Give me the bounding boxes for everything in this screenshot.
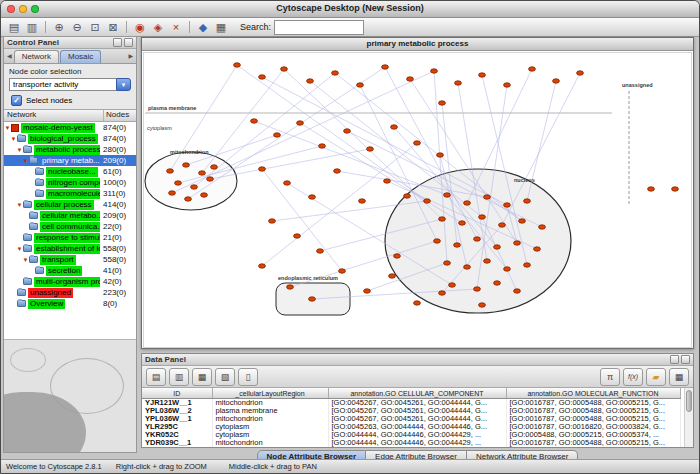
title-bar[interactable]: Cytoscape Desktop (New Session): [1, 1, 699, 18]
tree-expand-icon[interactable]: ▼: [16, 147, 23, 153]
network-node[interactable]: [274, 133, 281, 137]
tree-row[interactable]: secretion41(0): [4, 265, 136, 276]
table-cell[interactable]: cytoplasm: [212, 423, 328, 431]
network-node[interactable]: [499, 223, 506, 227]
network-node[interactable]: [534, 247, 541, 251]
float-data-panel-icon[interactable]: [670, 355, 679, 364]
equation-icon[interactable]: π: [600, 368, 620, 386]
table-cell[interactable]: [GO:0045267, GO:0045261, GO:0044444, G..…: [328, 415, 506, 423]
tree-row[interactable]: ▼establishment of lo...558(0): [4, 243, 136, 254]
network-node[interactable]: [185, 197, 192, 201]
zoom-out-icon[interactable]: ⊖: [69, 20, 85, 34]
network-node[interactable]: [339, 269, 346, 273]
table-row[interactable]: YKR052Ccytoplasm[GO:0044444, GO:0044446,…: [142, 431, 680, 439]
network-node[interactable]: [514, 289, 521, 293]
network-node[interactable]: [309, 297, 316, 301]
tree-row[interactable]: response to stimul...21(0): [4, 232, 136, 243]
network-canvas[interactable]: plasma membranecytoplasmmitochondrionnuc…: [142, 51, 693, 349]
network-node[interactable]: [455, 81, 462, 85]
create-network-view-icon[interactable]: ◈: [150, 20, 166, 34]
birdseye-view[interactable]: [4, 339, 136, 452]
table-cell[interactable]: YPL036W__1: [142, 415, 212, 423]
vizmapper-icon[interactable]: ◆: [195, 20, 211, 34]
network-node[interactable]: [494, 245, 501, 249]
network-node[interactable]: [424, 199, 431, 203]
network-node[interactable]: [444, 261, 451, 265]
select-nodes-row[interactable]: ✓ Select nodes: [11, 95, 129, 106]
network-node[interactable]: [384, 179, 391, 183]
network-node[interactable]: [259, 75, 266, 79]
tree-row[interactable]: ▼primary metab...209(0): [4, 155, 136, 166]
tab-scroll-left-icon[interactable]: ◀: [5, 50, 14, 63]
close-data-panel-icon[interactable]: [681, 355, 690, 364]
network-node[interactable]: [494, 281, 501, 285]
network-node[interactable]: [648, 187, 655, 191]
table-vertical-scrollbar[interactable]: [684, 388, 693, 447]
tree-expand-icon[interactable]: ▼: [16, 202, 23, 208]
network-node[interactable]: [431, 69, 438, 73]
tree-expand-icon[interactable]: ▼: [22, 257, 29, 263]
nodes-column-header[interactable]: Nodes: [104, 110, 136, 121]
save-session-icon[interactable]: ▥: [24, 20, 40, 34]
table-cell[interactable]: [GO:0005488, GO:0005215, GO:0005374, ...: [506, 431, 680, 439]
network-node[interactable]: [334, 169, 341, 173]
network-view-title[interactable]: primary metabolic process: [142, 38, 693, 51]
table-cell[interactable]: YJR121W__1: [142, 399, 212, 408]
network-node[interactable]: [529, 67, 536, 71]
table-cell[interactable]: [GO:0016787, GO:0005488, GO:0005215, G..…: [506, 415, 680, 423]
network-node[interactable]: [317, 249, 324, 253]
tree-row[interactable]: ▼biological_process874(0): [4, 133, 136, 144]
network-node[interactable]: [183, 163, 190, 167]
network-node[interactable]: [449, 283, 456, 287]
table-cell[interactable]: [GO:0044444, GO:0044446, GO:0044429, ...: [328, 439, 506, 447]
tree-expand-icon[interactable]: ▼: [16, 246, 23, 252]
network-node[interactable]: [207, 177, 214, 181]
scrollbar-thumb[interactable]: [686, 390, 692, 412]
table-cell[interactable]: YKR052C: [142, 431, 212, 439]
network-node[interactable]: [167, 169, 174, 173]
network-node[interactable]: [169, 191, 176, 195]
network-node[interactable]: [294, 234, 301, 238]
network-node[interactable]: [464, 201, 471, 205]
network-node[interactable]: [434, 239, 441, 243]
unselect-attributes-icon[interactable]: ▥: [169, 368, 189, 386]
network-node[interactable]: [297, 121, 304, 125]
tree-row[interactable]: nucleobase...61(0): [4, 166, 136, 177]
float-panel-icon[interactable]: [113, 38, 122, 47]
network-node[interactable]: [539, 225, 546, 229]
table-row[interactable]: YPL036W__2plasma membrane[GO:0045267, GO…: [142, 407, 680, 415]
tree-row[interactable]: cellular metabo...209(0): [4, 210, 136, 221]
table-row[interactable]: YJR121W__1mitochondrion[GO:0045267, GO:0…: [142, 399, 680, 408]
network-column-header[interactable]: Network: [4, 110, 104, 121]
network-node[interactable]: [414, 301, 421, 305]
tab-network[interactable]: Network: [14, 50, 59, 63]
table-cell[interactable]: YLR295C: [142, 423, 212, 431]
table-cell[interactable]: [GO:0016787, GO:0005488, GO:0005215, G..…: [506, 399, 680, 408]
table-cell[interactable]: mitochondrion: [212, 415, 328, 423]
tree-row[interactable]: ▼mosaic-demo-yeast874(0): [4, 122, 136, 133]
zoom-selected-icon[interactable]: ⊠: [105, 20, 121, 34]
tree-row[interactable]: ▼cellular process414(0): [4, 199, 136, 210]
table-cell[interactable]: mitochondrion: [212, 439, 328, 447]
network-node[interactable]: [269, 219, 276, 223]
plugins-icon[interactable]: ▦: [213, 20, 229, 34]
network-node[interactable]: [309, 195, 316, 199]
trash-icon[interactable]: ▯: [238, 368, 258, 386]
attribute-table[interactable]: ID_cellularLayoutRegionannotation.GO CEL…: [142, 388, 681, 447]
network-node[interactable]: [344, 129, 351, 133]
node-color-combobox[interactable]: transporter activity ▼: [9, 78, 131, 91]
network-node[interactable]: [439, 101, 446, 105]
network-node[interactable]: [514, 241, 521, 245]
network-node[interactable]: [464, 265, 471, 269]
network-node[interactable]: [672, 187, 679, 191]
tree-expand-icon[interactable]: ▼: [4, 125, 11, 131]
network-node[interactable]: [211, 165, 218, 169]
network-node[interactable]: [359, 199, 366, 203]
network-node[interactable]: [404, 194, 411, 198]
network-node[interactable]: [382, 65, 389, 69]
delete-attribute-icon[interactable]: ▧: [215, 368, 235, 386]
network-node[interactable]: [519, 219, 526, 223]
tree-row[interactable]: nitrogen compo...100(0): [4, 177, 136, 188]
column-header[interactable]: _cellularLayoutRegion: [212, 388, 328, 399]
attribute-grid-icon[interactable]: ▦: [669, 368, 689, 386]
